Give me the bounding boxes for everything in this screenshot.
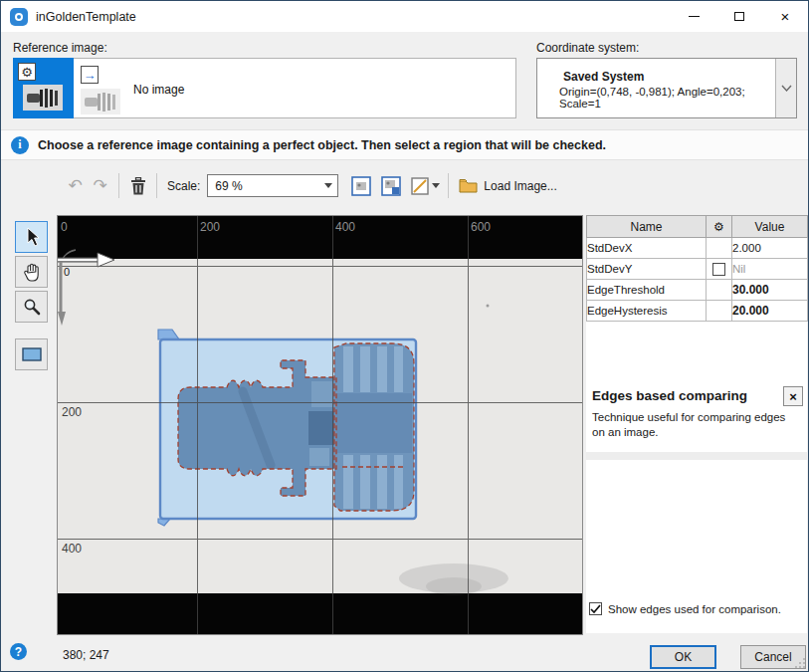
image-black-band-top [58,216,582,259]
fit-image-button[interactable] [348,173,373,198]
parameters-table: Name ⚙ Value StdDevX 2.000 StdDevY Nil E [586,215,808,322]
coordinate-system-select[interactable]: Saved System Origin=(0,748, -0,981); Ang… [536,58,797,118]
ok-label: OK [675,650,692,664]
magnifier-icon [23,298,41,316]
region-rectangle-icon [22,347,42,361]
param-value-edgehysteresis[interactable]: 20.000 [732,301,808,322]
window-title: inGoldenTemplate [36,10,136,24]
image-canvas[interactable]: 0 200 400 600 200 400 0 [57,215,583,635]
table-row: StdDevY Nil [587,259,808,280]
ruler-x-600: 600 [471,220,491,234]
show-edges-option[interactable]: Show edges used for comparison. [589,602,781,615]
region-select-tool-button[interactable] [15,338,48,370]
ok-button[interactable]: OK [650,645,716,669]
reference-image-box: ⚙ → No image [13,58,516,118]
fit-selection-button[interactable] [378,173,403,198]
redo-icon: ↷ [93,177,106,194]
cursor-position-status: 380; 247 [63,648,109,662]
title-bar: inGoldenTemplate × [1,1,808,32]
scale-value: 69 % [208,179,242,193]
param-value-edgethreshold[interactable]: 30.000 [732,280,808,301]
cancel-label: Cancel [754,650,791,664]
ruler-x-200: 200 [200,220,220,234]
param-value-stddevy[interactable]: Nil [732,259,808,280]
image-black-band-bottom [58,593,582,634]
reference-thumbnail-selected[interactable]: ⚙ [13,58,74,118]
delete-button[interactable] [125,173,150,198]
reference-thumbnail-image [23,85,63,111]
resize-grip[interactable] [795,658,805,668]
hand-icon [23,263,41,282]
info-text: Choose a reference image containing a pe… [38,138,606,152]
redo-button[interactable]: ↷ [88,173,112,198]
close-icon: × [789,390,797,403]
no-region-icon [411,177,429,195]
show-edges-checkbox[interactable] [589,602,602,615]
table-header-row: Name ⚙ Value [587,216,808,238]
fit-image-icon [351,176,371,196]
info-bar: i Choose a reference image containing a … [1,129,808,160]
cursor-arrow-icon [23,227,41,247]
fit-selection-icon [381,176,401,196]
param-value-stddevx[interactable]: 2.000 [732,238,808,259]
camera-image: 0 200 400 600 200 400 0 [58,216,582,634]
show-edges-label: Show edges used for comparison. [608,603,781,615]
param-name-edgethreshold: EdgeThreshold [587,280,707,301]
load-image-button[interactable]: Load Image... [459,178,556,193]
info-icon: i [11,136,29,154]
maximize-icon [734,12,744,21]
table-row: EdgeHysteresis 20.000 [587,301,808,322]
ruler-x-400: 400 [335,220,355,234]
load-image-label: Load Image... [484,179,556,193]
coordinate-name: Saved System [563,70,774,84]
technique-title: Edges based comparing [592,386,783,403]
table-row: EdgeThreshold 30.000 [587,280,808,301]
stddevy-checkbox[interactable] [712,263,725,276]
maximize-button[interactable] [716,1,762,32]
canvas-toolbar: ↶ ↷ Scale: 69 % [1,164,808,207]
close-button[interactable]: × [762,1,808,32]
ingoldentemplate-dialog: inGoldenTemplate × Reference image: ⚙ → [0,0,809,672]
panel-divider [586,452,807,460]
undo-icon: ↶ [68,177,82,194]
technique-close-button[interactable]: × [783,386,803,406]
close-icon: × [781,8,790,25]
region-mode-dropdown-icon [432,183,440,188]
reference-image-label: Reference image: [13,41,107,55]
coordinate-system-label: Coordinate system: [536,41,639,55]
scale-dropdown-icon[interactable] [319,175,337,196]
gear-badge-icon: ⚙ [18,63,36,81]
technique-info-box: Edges based comparing × Technique useful… [586,381,807,440]
undo-button[interactable]: ↶ [63,173,88,198]
zoom-tool-button[interactable] [15,291,48,323]
origin-label: 0 [64,266,70,278]
coordinate-details: Origin=(0,748, -0,981); Angle=0,203; Sca… [559,86,774,110]
param-name-edgehysteresis: EdgeHysteresis [587,301,707,322]
reference-thumbnail-empty[interactable]: → [79,65,132,116]
minimize-button[interactable] [671,1,716,32]
scale-combobox[interactable]: 69 % [207,174,338,197]
empty-thumbnail-image [81,89,120,114]
ruler-y-400: 400 [62,542,82,556]
ruler-x-0: 0 [61,220,68,234]
trash-icon [130,177,146,195]
pan-tool-button[interactable] [15,256,48,288]
no-image-label: No image [133,83,184,97]
parameters-panel: Name ⚙ Value StdDevX 2.000 StdDevY Nil E [586,215,807,633]
folder-icon [459,178,478,193]
column-header-name[interactable]: Name [587,216,707,238]
ruler-y-200: 200 [62,405,82,419]
column-header-value[interactable]: Value [732,216,808,238]
help-button[interactable]: ? [10,643,27,660]
scale-label: Scale: [167,179,200,193]
chevron-down-icon[interactable] [775,59,796,117]
technique-description: Technique useful for comparing edges on … [592,410,795,440]
param-name-stddevy: StdDevY [587,259,707,280]
minimize-icon [689,16,700,17]
help-icon: ? [15,645,22,659]
gear-column-icon[interactable]: ⚙ [707,216,732,238]
select-tool-button[interactable] [15,221,48,253]
arrow-badge-icon: → [81,66,99,84]
app-icon [10,8,28,26]
region-mode-button[interactable] [408,173,442,198]
